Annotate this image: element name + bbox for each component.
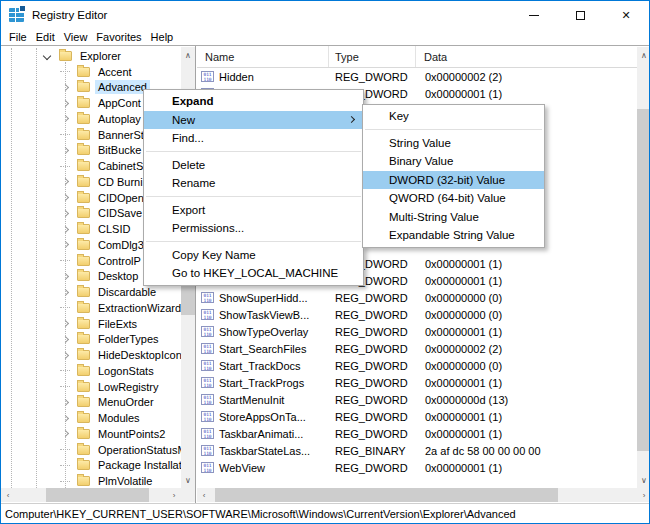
maximize-button[interactable] <box>557 1 603 29</box>
scroll-thumb[interactable] <box>46 488 149 502</box>
tree-expander[interactable] <box>59 400 71 405</box>
tree-item-label: LowRegistry <box>95 380 162 394</box>
registry-value-row[interactable]: 011110ShowSuperHidd...REG_DWORD0x0000000… <box>197 289 637 306</box>
tree-expander[interactable] <box>59 337 71 342</box>
tree-item-extractionwizard[interactable]: ExtractionWizard <box>1 300 181 316</box>
registry-value-row[interactable]: 011110TaskbarStateLas...REG_BINARY2a af … <box>197 442 637 459</box>
tree-item-mountpoints2[interactable]: MountPoints2 <box>1 426 181 442</box>
column-header-name[interactable]: Name <box>197 46 329 67</box>
dotted-connector <box>60 71 70 72</box>
tree-expander[interactable] <box>59 416 71 421</box>
context-menu-item-new[interactable]: New <box>144 111 363 130</box>
new-submenu: KeyString ValueBinary ValueDWORD (32-bit… <box>362 104 545 248</box>
tree-expander[interactable] <box>59 85 71 90</box>
list-header: Name Type Data <box>197 46 650 68</box>
scroll-up-arrow[interactable]: ∧ <box>181 47 195 63</box>
tree-item-logonstats[interactable]: LogonStats <box>1 363 181 379</box>
tree-expander[interactable] <box>59 116 71 121</box>
tree-expander[interactable] <box>59 321 71 326</box>
menubar-item-edit[interactable]: Edit <box>36 31 55 43</box>
chevron-right-icon <box>61 273 68 280</box>
context-menu-item-go-to-hkey-local-machine[interactable]: Go to HKEY_LOCAL_MACHINE <box>144 264 363 283</box>
menubar-item-favorites[interactable]: Favorites <box>96 31 141 43</box>
tree-item-package-installati[interactable]: Package Installati <box>1 458 181 474</box>
registry-value-row[interactable]: 011110Start_TrackProgsREG_DWORD0x0000000… <box>197 374 637 391</box>
scroll-down-arrow[interactable]: ∨ <box>637 472 650 488</box>
tree-item-fileexts[interactable]: FileExts <box>1 316 181 332</box>
context-menu-item-rename[interactable]: Rename <box>144 174 363 193</box>
tree-expander[interactable] <box>59 179 71 184</box>
tree-item-hidedesktopicon[interactable]: HideDesktopIcon <box>1 347 181 363</box>
scroll-right-arrow[interactable]: › <box>637 488 650 502</box>
submenu-item-key[interactable]: Key <box>363 107 544 126</box>
scroll-right-arrow[interactable]: › <box>167 488 181 502</box>
submenu-item-dword-32-bit-value[interactable]: DWORD (32-bit) Value <box>363 171 544 190</box>
tree-item-menuorder[interactable]: MenuOrder <box>1 395 181 411</box>
tree-expander[interactable] <box>59 431 71 436</box>
tree-item-discardable[interactable]: Discardable <box>1 284 181 300</box>
registry-value-row[interactable]: 011110Start_SearchFilesREG_DWORD0x000000… <box>197 340 637 357</box>
menu-item-label: Expandable String Value <box>389 229 515 241</box>
value-type: REG_BINARY <box>329 445 416 457</box>
submenu-item-string-value[interactable]: String Value <box>363 134 544 153</box>
scroll-thumb[interactable] <box>637 109 650 451</box>
tree-horizontal-scrollbar[interactable]: ‹ › <box>1 488 181 502</box>
tree-expander[interactable] <box>59 242 71 247</box>
tree-item-label: Desktop <box>95 269 141 283</box>
registry-value-row[interactable]: 011110ShowTypeOverlayREG_DWORD0x00000001… <box>197 323 637 340</box>
context-menu-item-copy-key-name[interactable]: Copy Key Name <box>144 246 363 265</box>
tree-expander[interactable] <box>59 353 71 358</box>
registry-value-row[interactable]: 011110StartMenuInitREG_DWORD0x0000000d (… <box>197 391 637 408</box>
submenu-item-multi-string-value[interactable]: Multi-String Value <box>363 208 544 227</box>
menubar-item-file[interactable]: File <box>9 31 27 43</box>
folder-icon <box>77 130 90 140</box>
registry-value-row[interactable]: 011110HiddenREG_DWORD0x00000002 (2) <box>197 68 637 85</box>
scroll-down-arrow[interactable]: ∨ <box>181 472 195 488</box>
list-horizontal-scrollbar[interactable]: ‹ › <box>197 488 650 502</box>
scroll-left-arrow[interactable]: ‹ <box>197 488 211 502</box>
value-name-cell: 011110Start_TrackDocs <box>197 360 329 372</box>
tree-expander[interactable] <box>59 211 71 216</box>
value-data: 0x00000001 (1) <box>416 428 637 440</box>
menu-item-label: Go to HKEY_LOCAL_MACHINE <box>172 267 338 279</box>
tree-expander[interactable] <box>59 148 71 153</box>
context-menu-item-expand[interactable]: Expand <box>144 92 363 111</box>
tree-item-accent[interactable]: Accent <box>1 64 181 80</box>
registry-value-row[interactable]: 011110Start_TrackDocsREG_DWORD0x00000000… <box>197 357 637 374</box>
tree-expander[interactable] <box>59 101 71 106</box>
tree-item-foldertypes[interactable]: FolderTypes <box>1 332 181 348</box>
registry-value-row[interactable]: 011110WebViewREG_DWORD0x00000001 (1) <box>197 459 637 476</box>
tree-expander[interactable] <box>59 290 71 295</box>
tree-expander[interactable] <box>59 195 71 200</box>
tree-item-modules[interactable]: Modules <box>1 410 181 426</box>
tree-item-plmvolatile[interactable]: PlmVolatile <box>1 473 181 488</box>
close-button[interactable]: ✕ <box>603 1 649 29</box>
column-header-data[interactable]: Data <box>416 46 650 67</box>
chevron-right-icon <box>61 430 68 437</box>
list-vertical-scrollbar[interactable]: ∧ ∨ <box>637 47 650 488</box>
tree-expander[interactable] <box>41 53 53 59</box>
tree-item-lowregistry[interactable]: LowRegistry <box>1 379 181 395</box>
scroll-left-arrow[interactable]: ‹ <box>1 488 15 502</box>
tree-expander[interactable] <box>59 227 71 232</box>
menubar-item-view[interactable]: View <box>64 31 88 43</box>
registry-value-row[interactable]: 011110TaskbarAnimati...REG_DWORD0x000000… <box>197 425 637 442</box>
tree-item-operationstatusm[interactable]: OperationStatusM <box>1 442 181 458</box>
menubar-item-help[interactable]: Help <box>151 31 174 43</box>
scroll-up-arrow[interactable]: ∧ <box>637 47 650 63</box>
context-menu-item-find[interactable]: Find... <box>144 129 363 148</box>
minimize-button[interactable] <box>511 1 557 29</box>
scroll-thumb[interactable] <box>215 488 558 502</box>
context-menu-item-export[interactable]: Export <box>144 201 363 220</box>
submenu-item-expandable-string-value[interactable]: Expandable String Value <box>363 226 544 245</box>
registry-value-row[interactable]: 011110ShowTaskViewB...REG_DWORD0x0000000… <box>197 306 637 323</box>
context-menu-item-delete[interactable]: Delete <box>144 156 363 175</box>
tree-connector <box>59 481 71 482</box>
column-header-type[interactable]: Type <box>329 46 416 67</box>
tree-item-explorer[interactable]: Explorer <box>1 48 181 64</box>
tree-expander[interactable] <box>59 274 71 279</box>
submenu-item-qword-64-bit-value[interactable]: QWORD (64-bit) Value <box>363 189 544 208</box>
context-menu-item-permissions[interactable]: Permissions... <box>144 219 363 238</box>
submenu-item-binary-value[interactable]: Binary Value <box>363 152 544 171</box>
registry-value-row[interactable]: 011110StoreAppsOnTa...REG_DWORD0x0000000… <box>197 408 637 425</box>
